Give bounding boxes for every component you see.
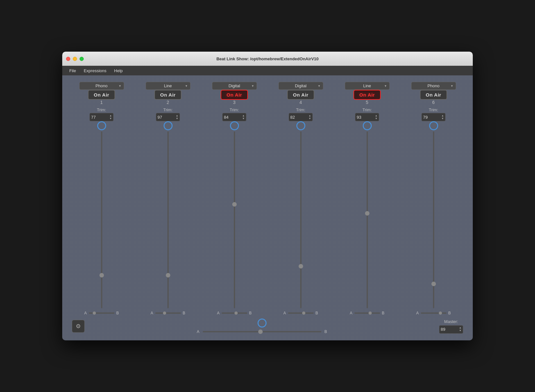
channel-2-trim-spinner[interactable]: ▲ ▼ (176, 115, 178, 120)
channel-4-fader-knob[interactable] (296, 121, 305, 130)
channel-4: Phono Line Digital USB On Air 4 Trim: 82… (271, 82, 330, 315)
channels-row: Phono Line Digital USB On Air 1 Trim: 77… (72, 82, 463, 315)
title-bar: Beat Link Show: /opt/homebrew/ExtendedOn… (62, 52, 473, 66)
channel-6-ab-assign: A B (416, 311, 451, 315)
channel-3-trim-spinner[interactable]: ▲ ▼ (242, 115, 245, 120)
channel-3-fader-thumb[interactable] (232, 202, 237, 207)
channel-5-on-air-button[interactable]: On Air (353, 90, 380, 100)
channel-5: Phono Line Digital USB On Air 5 Trim: 93… (337, 82, 397, 315)
channel-2-trim-label: Trim: (163, 107, 173, 112)
channel-2-ab-thumb[interactable] (163, 311, 166, 315)
master-crossfader-track[interactable] (203, 331, 321, 332)
channel-4-trim-section: Trim: 82 ▲ ▼ (289, 107, 313, 121)
master-label: Master: (444, 319, 458, 324)
channel-4-number: 4 (300, 100, 302, 105)
channel-2-on-air-button[interactable]: On Air (154, 90, 181, 100)
channel-6-input-select[interactable]: Phono Line Digital USB (411, 82, 456, 90)
minimize-button[interactable] (73, 57, 77, 61)
channel-6-select-wrapper: Phono Line Digital USB (411, 82, 456, 90)
menu-expressions[interactable]: Expressions (81, 67, 110, 74)
settings-button[interactable]: ⚙ (72, 320, 85, 333)
channel-5-trim-input[interactable]: 93 ▲ ▼ (355, 113, 379, 121)
window-title: Beat Link Show: /opt/homebrew/ExtendedOn… (217, 56, 319, 61)
channel-1-trim-section: Trim: 77 ▲ ▼ (89, 107, 114, 121)
channel-1-fader-knob[interactable] (97, 121, 106, 130)
channel-2-fader-thumb[interactable] (166, 273, 170, 277)
maximize-button[interactable] (80, 57, 84, 61)
channel-3-trim-label: Trim: (230, 107, 239, 112)
bottom-section: ⚙ A B Master: 89 (72, 315, 463, 334)
channel-1-input-select[interactable]: Phono Line Digital USB (79, 82, 124, 90)
channel-2-fader-knob[interactable] (164, 121, 173, 130)
channel-6-ab-track[interactable] (421, 312, 446, 314)
crossfader-label-b: B (325, 329, 327, 334)
channel-2-ab-track[interactable] (155, 312, 181, 314)
channel-1: Phono Line Digital USB On Air 1 Trim: 77… (72, 82, 131, 315)
channel-3-ab-track[interactable] (222, 312, 247, 314)
channel-1-fader-thumb[interactable] (99, 273, 104, 277)
channel-5-ab-track[interactable] (354, 312, 380, 314)
channel-6-fader-thumb[interactable] (431, 282, 436, 286)
channel-2-fader-container (164, 121, 173, 308)
channel-1-on-air-button[interactable]: On Air (88, 90, 115, 100)
channel-2-select-wrapper: Phono Line Digital USB (146, 82, 191, 90)
channel-6-on-air-button[interactable]: On Air (420, 90, 447, 100)
channel-3: Phono Line Digital USB On Air 3 Trim: 84… (205, 82, 264, 315)
channel-3-fader-knob[interactable] (230, 121, 239, 130)
channel-3-ab-thumb[interactable] (234, 311, 238, 315)
crossfader-label-a: A (197, 329, 199, 334)
channel-6-trim-spinner[interactable]: ▲ ▼ (441, 115, 444, 120)
channel-5-fader-knob[interactable] (363, 121, 372, 130)
channel-2-trim-section: Trim: 97 ▲ ▼ (156, 107, 180, 121)
channel-4-trim-input[interactable]: 82 ▲ ▼ (289, 113, 313, 121)
master-volume-section: Master: 89 ▲ ▼ (439, 319, 463, 334)
channel-2-input-select[interactable]: Phono Line Digital USB (146, 82, 191, 90)
channel-5-input-select[interactable]: Phono Line Digital USB (345, 82, 390, 90)
master-volume-input[interactable]: 89 ▲ ▼ (439, 325, 463, 334)
channel-3-on-air-button[interactable]: On Air (221, 90, 248, 100)
channel-2-trim-input[interactable]: 97 ▲ ▼ (156, 113, 180, 121)
channel-1-select-wrapper: Phono Line Digital USB (79, 82, 124, 90)
channel-4-fader-track[interactable] (300, 132, 301, 308)
channel-3-input-select[interactable]: Phono Line Digital USB (212, 82, 257, 90)
channel-4-input-select[interactable]: Phono Line Digital USB (278, 82, 323, 90)
channel-5-fader-container (363, 121, 372, 308)
menu-file[interactable]: File (66, 67, 79, 74)
channel-3-trim-input[interactable]: 84 ▲ ▼ (222, 113, 246, 121)
channel-1-ab-thumb[interactable] (93, 311, 96, 315)
channel-3-fader-track[interactable] (234, 132, 235, 308)
channel-4-on-air-button[interactable]: On Air (287, 90, 314, 100)
channel-1-ab-track[interactable] (89, 312, 115, 314)
channel-5-ab-assign: A B (350, 311, 384, 315)
channel-4-ab-thumb[interactable] (302, 311, 305, 315)
channel-5-trim-section: Trim: 93 ▲ ▼ (355, 107, 379, 121)
channel-6-fader-container (429, 121, 438, 308)
channel-1-fader-container (97, 121, 106, 308)
channel-2-fader-track[interactable] (167, 132, 169, 308)
channel-4-ab-track[interactable] (288, 312, 314, 314)
channel-4-fader-thumb[interactable] (299, 264, 303, 268)
channel-5-trim-spinner[interactable]: ▲ ▼ (375, 115, 378, 120)
channel-4-select-wrapper: Phono Line Digital USB (278, 82, 323, 90)
channel-4-trim-spinner[interactable]: ▲ ▼ (309, 115, 311, 120)
channel-1-trim-label: Trim: (97, 107, 106, 112)
channel-1-ab-assign: A B (84, 311, 119, 315)
channel-6-trim-input[interactable]: 79 ▲ ▼ (421, 113, 446, 121)
traffic-lights (66, 57, 84, 61)
master-volume-spinner[interactable]: ▲ ▼ (459, 327, 462, 332)
master-crossfader-knob[interactable] (258, 319, 267, 328)
channel-6-fader-track[interactable] (433, 132, 434, 308)
close-button[interactable] (66, 57, 70, 61)
channel-6-number: 6 (432, 100, 435, 105)
channel-1-trim-spinner[interactable]: ▲ ▼ (109, 115, 112, 120)
channel-3-select-wrapper: Phono Line Digital USB (212, 82, 257, 90)
channel-5-ab-thumb[interactable] (369, 311, 372, 315)
channel-5-fader-track[interactable] (367, 132, 368, 308)
menu-help[interactable]: Help (111, 67, 126, 74)
channel-1-trim-input[interactable]: 77 ▲ ▼ (89, 113, 114, 121)
channel-5-fader-thumb[interactable] (365, 211, 369, 216)
channel-6-fader-knob[interactable] (429, 121, 438, 130)
channel-6-ab-thumb[interactable] (439, 311, 442, 315)
master-crossfader-thumb[interactable] (258, 329, 263, 334)
channel-1-fader-track[interactable] (101, 132, 102, 308)
